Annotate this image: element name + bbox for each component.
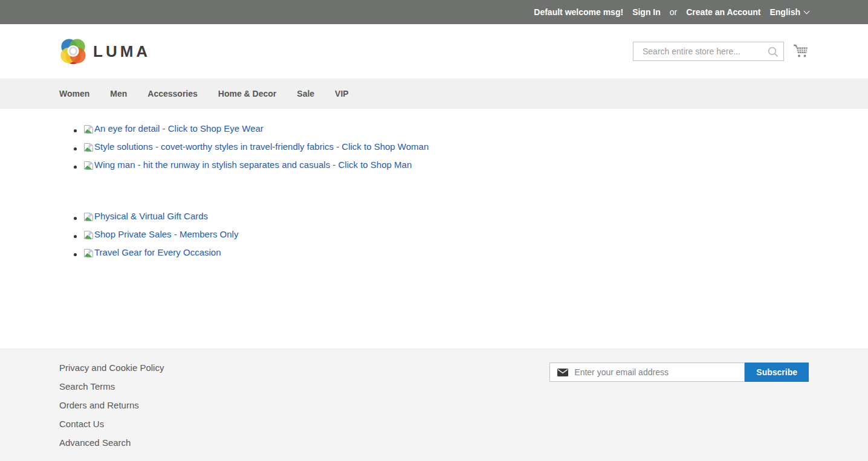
footer-links-list: Privacy and Cookie Policy Search Terms O… [59, 363, 164, 456]
broken-image-icon [83, 212, 94, 222]
promo-banner-link[interactable]: Physical & Virtual Gift Cards [83, 207, 208, 225]
search-box [633, 42, 784, 61]
footer-link[interactable]: Search Terms [59, 381, 115, 392]
main-navigation: Women Men Accessories Home & Decor Sale … [0, 79, 868, 109]
footer-link[interactable]: Orders and Returns [59, 400, 139, 410]
broken-image-icon [83, 161, 94, 170]
list-item: Shop Private Sales - Members Only [83, 225, 809, 243]
promo-banner-label: Physical & Virtual Gift Cards [94, 207, 208, 225]
broken-image-icon [83, 248, 94, 258]
list-item: Physical & Virtual Gift Cards [83, 207, 809, 225]
promo-banner-label: Style solutions - covet-worthy styles in… [94, 138, 429, 156]
cart-icon [792, 50, 809, 60]
promo-banner-list-primary: An eye for detail - Click to Shop Eye We… [59, 120, 809, 174]
promo-banner-label: An eye for detail - Click to Shop Eye We… [94, 120, 264, 138]
or-text: or [670, 7, 677, 17]
sign-in-link[interactable]: Sign In [632, 7, 661, 17]
welcome-message: Default welcome msg! [534, 7, 623, 17]
search-icon [767, 51, 779, 60]
envelope-icon [557, 369, 568, 376]
list-item: An eye for detail - Click to Shop Eye We… [83, 120, 809, 138]
promo-banner-link[interactable]: An eye for detail - Click to Shop Eye We… [83, 120, 264, 138]
footer-link-item: Search Terms [59, 381, 164, 392]
nav-item-link[interactable]: Men [110, 89, 127, 98]
nav-item: VIP [335, 88, 349, 99]
promo-banner-link[interactable]: Shop Private Sales - Members Only [83, 225, 238, 243]
nav-item-link[interactable]: Accessories [147, 89, 198, 98]
luma-logo-icon [59, 37, 87, 65]
top-panel: Default welcome msg! Sign In or Create a… [0, 0, 868, 24]
nav-item-link[interactable]: Home & Decor [218, 89, 276, 98]
footer-link-item: Advanced Search [59, 437, 164, 448]
promo-banner-link[interactable]: Style solutions - covet-worthy styles in… [83, 138, 429, 156]
nav-item-link[interactable]: Sale [297, 89, 314, 98]
search-submit-button[interactable] [766, 45, 780, 61]
nav-item: Men [110, 88, 127, 99]
broken-image-icon [83, 230, 94, 240]
nav-item: Sale [297, 88, 314, 99]
nav-item: Home & Decor [218, 88, 276, 99]
list-item: Wing man - hit the runway in stylish sep… [83, 156, 809, 174]
nav-item-link[interactable]: VIP [335, 89, 349, 98]
broken-image-icon [83, 143, 94, 152]
promo-banner-link[interactable]: Wing man - hit the runway in stylish sep… [83, 156, 412, 174]
promo-banner-link[interactable]: Travel Gear for Every Occasion [83, 243, 221, 262]
promo-banner-list-secondary: Physical & Virtual Gift Cards Shop Priva… [59, 207, 809, 262]
language-switcher-label: English [769, 7, 800, 17]
footer-link[interactable]: Contact Us [59, 419, 104, 429]
footer-link[interactable]: Privacy and Cookie Policy [59, 363, 164, 373]
nav-item: Accessories [147, 88, 198, 99]
footer-link-item: Privacy and Cookie Policy [59, 363, 164, 373]
list-item: Style solutions - covet-worthy styles in… [83, 138, 809, 156]
newsletter-block: Subscribe [549, 363, 809, 456]
nav-item-link[interactable]: Women [59, 89, 89, 98]
footer-link-item: Contact Us [59, 419, 164, 430]
promo-banner-label: Wing man - hit the runway in stylish sep… [94, 156, 412, 174]
store-logo[interactable]: LUMA [59, 37, 151, 65]
page-header: LUMA [0, 24, 868, 79]
page-footer: Privacy and Cookie Policy Search Terms O… [0, 349, 868, 461]
create-account-link[interactable]: Create an Account [686, 7, 760, 17]
store-logo-text: LUMA [93, 42, 151, 61]
nav-item: Women [59, 88, 89, 99]
main-content: An eye for detail - Click to Shop Eye We… [0, 109, 868, 349]
footer-link-item: Orders and Returns [59, 400, 164, 411]
promo-banner-label: Shop Private Sales - Members Only [94, 225, 238, 243]
search-input[interactable] [633, 42, 784, 61]
nav-menu: Women Men Accessories Home & Decor Sale … [59, 79, 809, 109]
language-switcher[interactable]: English [769, 7, 809, 17]
minicart-button[interactable] [792, 44, 809, 59]
newsletter-email-input[interactable] [549, 363, 745, 382]
footer-link[interactable]: Advanced Search [59, 437, 131, 448]
broken-image-icon [83, 124, 94, 134]
promo-banner-label: Travel Gear for Every Occasion [94, 243, 221, 262]
chevron-down-icon [804, 8, 810, 14]
list-item: Travel Gear for Every Occasion [83, 243, 809, 262]
subscribe-button[interactable]: Subscribe [745, 363, 809, 382]
